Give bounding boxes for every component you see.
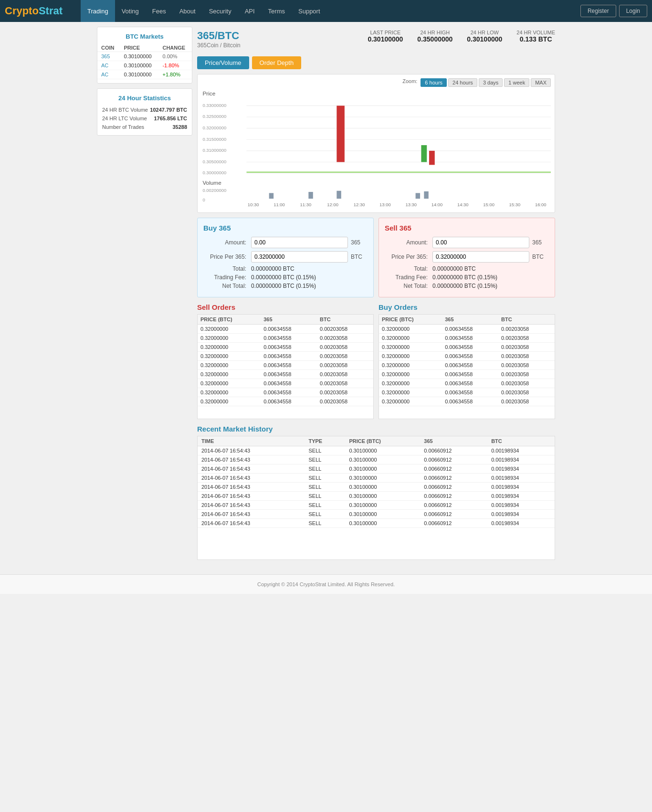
buy-orders-table-wrap[interactable]: PRICE (BTC) 365 BTC 0.320000000.00634558… [379, 314, 555, 419]
markets-col-price: PRICE [120, 44, 159, 52]
svg-rect-16 [337, 105, 345, 162]
table-row[interactable]: 2014-06-07 16:54:43SELL0.301000000.00660… [198, 491, 555, 500]
order-depth-button[interactable]: Order Depth [252, 56, 302, 69]
table-row[interactable]: 2014-06-07 16:54:43SELL0.301000000.00660… [198, 455, 555, 464]
table-row[interactable]: 0.320000000.006345580.00203058 [379, 388, 555, 397]
buy-amount-input[interactable] [251, 237, 348, 248]
history-table: TIME TYPE PRICE (BTC) 365 BTC 2014-06-07… [198, 436, 555, 528]
login-button[interactable]: Login [619, 5, 647, 17]
cell: 0.30100000 [345, 464, 420, 473]
sell-price-input[interactable] [432, 251, 529, 263]
svg-text:11:30: 11:30 [300, 202, 312, 207]
zoom-24hours[interactable]: 24 hours [448, 78, 477, 87]
sell-orders-title: Sell Orders [197, 303, 374, 311]
nav-link-security[interactable]: Security [202, 0, 238, 22]
market-row[interactable]: 365 0.30100000 0.00% [97, 52, 192, 61]
table-row[interactable]: 0.320000000.006345580.00203058 [198, 388, 373, 397]
table-row[interactable]: 0.320000000.006345580.00203058 [379, 360, 555, 369]
nav-link-support[interactable]: Support [292, 0, 327, 22]
sell-orders-table-wrap[interactable]: PRICE (BTC) 365 BTC 0.320000000.00634558… [197, 314, 374, 419]
last-price-block: LAST PRICE 0.30100000 [368, 30, 403, 43]
zoom-6hours[interactable]: 6 hours [421, 78, 447, 87]
cell: 0.30100000 [345, 509, 420, 518]
history-col-time: TIME [198, 436, 305, 446]
cell: 0.00203058 [317, 388, 373, 397]
cell: 0.30100000 [345, 500, 420, 509]
price-volume-button[interactable]: Price/Volume [197, 56, 249, 69]
table-row[interactable]: 2014-06-07 16:54:43SELL0.301000000.00660… [198, 500, 555, 509]
zoom-1week[interactable]: 1 week [504, 78, 529, 87]
table-row[interactable]: 2014-06-07 16:54:43SELL0.301000000.00660… [198, 446, 555, 455]
nav-link-trading[interactable]: Trading [81, 0, 115, 22]
buy-price-input[interactable] [251, 251, 348, 263]
table-row[interactable]: 0.320000000.006345580.00203058 [198, 379, 373, 388]
hr-volume-label: 24 HR VOLUME [516, 30, 555, 35]
footer: Copyright © 2014 CryptoStrat Limited. Al… [0, 574, 652, 594]
table-row[interactable]: 0.320000000.006345580.00203058 [379, 379, 555, 388]
market-row[interactable]: AC 0.30100000 +1.80% [97, 70, 192, 79]
table-row[interactable]: 0.320000000.006345580.00203058 [379, 342, 555, 351]
table-row[interactable]: 0.320000000.006345580.00203058 [379, 351, 555, 360]
table-row[interactable]: 2014-06-07 16:54:43SELL0.301000000.00660… [198, 509, 555, 518]
sell-price-unit: BTC [532, 253, 549, 260]
nav-link-about[interactable]: About [173, 0, 202, 22]
buy-price-row: Price Per 365: BTC [203, 251, 368, 263]
table-row[interactable]: 2014-06-07 16:54:43SELL0.301000000.00660… [198, 473, 555, 482]
cell: SELL [305, 482, 345, 491]
table-row[interactable]: 0.320000000.006345580.00203058 [198, 369, 373, 379]
table-row[interactable]: 0.320000000.006345580.00203058 [379, 333, 555, 342]
buy-orders-title: Buy Orders [379, 303, 555, 311]
market-coin[interactable]: AC [97, 61, 120, 70]
history-section: Recent Market History TIME TYPE PRICE (B… [197, 425, 555, 560]
cell: 0.00660912 [420, 482, 487, 491]
zoom-3days[interactable]: 3 days [479, 78, 503, 87]
table-row[interactable]: 0.320000000.006345580.00203058 [379, 397, 555, 406]
table-row[interactable]: 0.320000000.006345580.00203058 [198, 351, 373, 360]
cell: 0.00660912 [420, 518, 487, 527]
cell: 0.32000000 [379, 379, 442, 388]
svg-text:0.32500000: 0.32500000 [202, 114, 226, 119]
table-row[interactable]: 0.320000000.006345580.00203058 [379, 324, 555, 333]
cell: 0.32000000 [379, 360, 442, 369]
market-row[interactable]: AC 0.30100000 -1.80% [97, 61, 192, 70]
sell-net-value: 0.00000000 BTC (0.15%) [432, 283, 497, 289]
cell: 0.30100000 [345, 491, 420, 500]
table-row[interactable]: 0.320000000.006345580.00203058 [379, 369, 555, 379]
cell: 0.00203058 [317, 324, 373, 333]
cell: 0.32000000 [198, 351, 261, 360]
table-row[interactable]: 0.320000000.006345580.00203058 [198, 360, 373, 369]
cell: 0.00203058 [498, 379, 555, 388]
table-row[interactable]: 0.320000000.006345580.00203058 [198, 342, 373, 351]
table-row[interactable]: 0.320000000.006345580.00203058 [198, 333, 373, 342]
last-price-value: 0.30100000 [368, 35, 403, 43]
sell-net-row: Net Total: 0.00000000 BTC (0.15%) [385, 283, 549, 289]
register-button[interactable]: Register [580, 5, 616, 17]
cell: 0.00634558 [261, 369, 317, 379]
market-coin[interactable]: AC [97, 70, 120, 79]
stat-row: Number of Trades 35288 [97, 123, 192, 131]
cell: 0.00660912 [420, 491, 487, 500]
cell: SELL [305, 464, 345, 473]
table-row[interactable]: 2014-06-07 16:54:43SELL0.301000000.00660… [198, 482, 555, 491]
history-table-wrap[interactable]: TIME TYPE PRICE (BTC) 365 BTC 2014-06-07… [197, 436, 555, 560]
cell: 0.32000000 [379, 324, 442, 333]
nav-link-terms[interactable]: Terms [262, 0, 292, 22]
nav-link-voting[interactable]: Voting [115, 0, 146, 22]
table-row[interactable]: 2014-06-07 16:54:43SELL0.301000000.00660… [198, 464, 555, 473]
table-row[interactable]: 0.320000000.006345580.00203058 [198, 324, 373, 333]
sell-amount-input[interactable] [432, 237, 529, 248]
zoom-max[interactable]: MAX [531, 78, 551, 87]
nav-link-fees[interactable]: Fees [146, 0, 173, 22]
table-row[interactable]: 0.320000000.006345580.00203058 [198, 397, 373, 406]
nav-link-api[interactable]: API [238, 0, 262, 22]
cell: 2014-06-07 16:54:43 [198, 500, 305, 509]
buy-price-unit: BTC [351, 253, 368, 260]
cell: 0.32000000 [379, 333, 442, 342]
market-coin[interactable]: 365 [97, 52, 120, 61]
cell: 0.00660912 [420, 500, 487, 509]
cell: 0.00634558 [442, 388, 498, 397]
history-col-price: PRICE (BTC) [345, 436, 420, 446]
table-row[interactable]: 2014-06-07 16:54:43SELL0.301000000.00660… [198, 518, 555, 527]
cell: 0.00198934 [487, 491, 555, 500]
sell-price-label: Price Per 365: [385, 253, 432, 260]
